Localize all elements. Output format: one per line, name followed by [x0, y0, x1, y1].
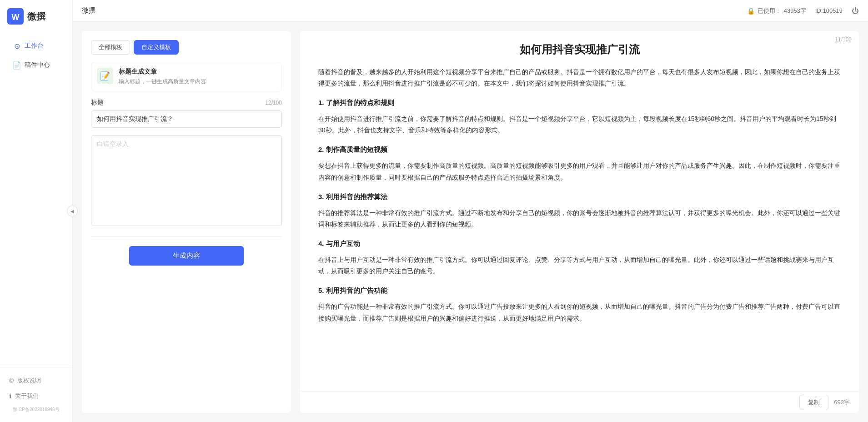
copyright-label: 版权说明 — [17, 377, 41, 385]
sidebar-item-drafts[interactable]: 📄 稿件中心 — [4, 56, 69, 74]
sidebar-item-about[interactable]: ℹ 关于我们 — [4, 388, 69, 404]
sidebar-item-workbench[interactable]: ⊙ 工作台 — [4, 37, 69, 55]
article-section-heading: 3. 利用抖音的推荐算法 — [318, 191, 841, 203]
topbar: 微撰 🔒 已使用： 43953字 ID:100519 ⏻ — [73, 0, 868, 22]
article-section-heading: 5. 利用抖音的广告功能 — [318, 284, 841, 296]
article-section-content: 在抖音上与用户互动是一种非常有效的推广引流方式。你可以通过回复评论、点赞、分享等… — [318, 254, 841, 277]
left-panel: 全部模板 自定义模板 📝 标题生成文章 输入标题，一键生成高质量文章内容 标题 … — [82, 31, 291, 413]
sidebar-collapse-button[interactable]: ◀ — [67, 206, 78, 216]
svg-text:W: W — [12, 13, 20, 22]
divider — [91, 236, 282, 237]
content-area: 全部模板 自定义模板 📝 标题生成文章 输入标题，一键生成高质量文章内容 标题 … — [73, 22, 868, 422]
article-section-heading: 1. 了解抖音的特点和规则 — [318, 96, 841, 109]
article-title: 如何用抖音实现推广引流 — [318, 42, 841, 57]
copy-button[interactable]: 复制 — [799, 395, 828, 410]
template-card-info: 标题生成文章 输入标题，一键生成高质量文章内容 — [119, 68, 276, 85]
content-textarea[interactable] — [91, 135, 282, 226]
user-id: ID:100519 — [815, 7, 843, 14]
article-section-content: 要想在抖音上获得更多的流量，你需要制作高质量的短视频。高质量的短视频能够吸引更多… — [318, 160, 841, 183]
main-area: 微撰 🔒 已使用： 43953字 ID:100519 ⏻ 全部模板 自定义模板 … — [73, 0, 868, 422]
usage-label: 已使用： — [758, 7, 781, 15]
template-card-title-article[interactable]: 📝 标题生成文章 输入标题，一键生成高质量文章内容 — [91, 62, 282, 91]
sidebar-item-copyright[interactable]: © 版权说明 — [4, 373, 69, 388]
template-card-title: 标题生成文章 — [119, 68, 276, 76]
title-form-section: 标题 12/100 — [91, 99, 282, 128]
title-char-count: 12/100 — [265, 100, 282, 106]
icp-text: 鄂ICP备2022018946号 — [4, 404, 69, 417]
article-intro: 随着抖音的普及，越来越多的人开始利用这个短视频分享平台来推广自己的产品或服务。抖… — [318, 66, 841, 89]
usage-count: 43953字 — [784, 7, 806, 15]
topbar-right: 🔒 已使用： 43953字 ID:100519 ⏻ — [747, 7, 859, 15]
usage-info: 🔒 已使用： 43953字 — [747, 7, 806, 15]
article-section-heading: 4. 与用户互动 — [318, 237, 841, 250]
drafts-icon: 📄 — [13, 61, 21, 69]
sidebar-nav: ⊙ 工作台 📄 稿件中心 — [0, 33, 72, 367]
about-label: 关于我们 — [15, 392, 39, 400]
logout-button[interactable]: ⏻ — [852, 7, 859, 15]
template-card-desc: 输入标题，一键生成高质量文章内容 — [119, 78, 276, 85]
usage-icon: 🔒 — [747, 7, 755, 15]
article-section-content: 抖音的广告功能是一种非常有效的推广引流方式。你可以通过广告投放来让更多的人看到你… — [318, 301, 841, 324]
tab-custom-templates[interactable]: 自定义模板 — [134, 40, 179, 55]
article-section-content: 抖音的推荐算法是一种非常有效的推广引流方式。通过不断地发布和分享自己的短视频，你… — [318, 207, 841, 230]
textarea-form-section — [91, 135, 282, 227]
sidebar-bottom: © 版权说明 ℹ 关于我们 鄂ICP备2022018946号 — [0, 367, 72, 422]
right-panel: 11/100 如何用抖音实现推广引流 随着抖音的普及，越来越多的人开始利用这个短… — [300, 31, 859, 413]
sidebar: W 微撰 ⊙ 工作台 📄 稿件中心 © 版权说明 ℹ 关于我们 鄂ICP备202… — [0, 0, 73, 422]
article-body[interactable]: 随着抖音的普及，越来越多的人开始利用这个短视频分享平台来推广自己的产品或服务。抖… — [300, 57, 859, 391]
sidebar-item-label: 工作台 — [25, 42, 44, 50]
sidebar-item-label: 稿件中心 — [25, 61, 50, 69]
title-input[interactable] — [91, 111, 282, 128]
article-section-content: 在开始使用抖音进行推广引流之前，你需要了解抖音的特点和规则。抖音是一个短视频分享… — [318, 113, 841, 136]
topbar-title: 微撰 — [82, 6, 95, 15]
article-footer: 复制 693字 — [300, 391, 859, 413]
title-label: 标题 — [91, 99, 104, 107]
word-count: 693字 — [834, 398, 850, 407]
logo-area: W 微撰 — [0, 0, 72, 33]
page-count: 11/100 — [835, 36, 852, 43]
logo-text: 微撰 — [27, 10, 45, 23]
about-icon: ℹ — [9, 392, 11, 400]
article-section-heading: 2. 制作高质量的短视频 — [318, 143, 841, 156]
title-label-row: 标题 12/100 — [91, 99, 282, 107]
article-header: 如何用抖音实现推广引流 — [300, 31, 859, 57]
template-card-icon: 📝 — [97, 68, 113, 84]
workbench-icon: ⊙ — [13, 42, 21, 50]
logo-icon: W — [7, 8, 24, 25]
template-tabs: 全部模板 自定义模板 — [91, 40, 282, 55]
tab-all-templates[interactable]: 全部模板 — [91, 40, 130, 55]
copyright-icon: © — [9, 377, 14, 384]
generate-button[interactable]: 生成内容 — [129, 246, 244, 266]
